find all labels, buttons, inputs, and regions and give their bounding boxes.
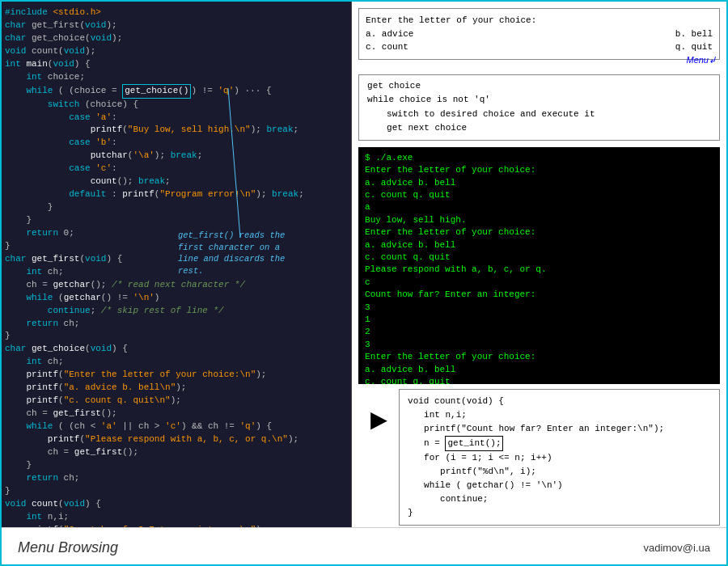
void-count-line4: n = get_int(); (408, 436, 711, 451)
code-panel: #include <stdio.h> char get_first(void);… (2, 2, 352, 527)
terminal-line-1: Enter the letter of your choice: (365, 164, 713, 176)
void-count-line8: continue; (408, 492, 711, 506)
footer: Menu Browsing vadimov@i.ua (2, 527, 726, 566)
pseudo-line3: switch to desired choice and execute it (367, 108, 711, 122)
void-count-line9: } (408, 506, 711, 520)
terminal-line-8: c. count q. quit (365, 251, 713, 264)
annotation-text: get_first() reads the first character on… (178, 230, 285, 276)
terminal-line-14: 2 (365, 326, 713, 338)
terminal-line-6: Enter the letter of your choice: (365, 226, 713, 239)
terminal-line-16: Enter the letter of your choice: (365, 351, 713, 363)
terminal-line-0: $ ./a.exe (365, 152, 713, 164)
footer-title: Menu Browsing (18, 539, 118, 556)
menu-desc-line1: Enter the letter of your choice: (366, 14, 713, 27)
terminal-line-10: c (365, 277, 713, 289)
terminal-box: $ ./a.exe Enter the letter of your choic… (358, 147, 720, 384)
pseudo-line1: get choice (367, 79, 711, 94)
terminal-line-7: a. advice b. bell (365, 239, 713, 251)
menu-opt-b: b. bell (675, 27, 713, 41)
terminal-line-13: 1 (365, 314, 713, 326)
menu-desc-box: Enter the letter of your choice: a. advi… (358, 8, 720, 60)
terminal-line-9: Please respond with a, b, c, or q. (365, 264, 713, 276)
arrow-container: ► (358, 389, 399, 438)
void-count-box: void count(void) { int n,i; printf("Coun… (399, 389, 720, 526)
terminal-line-12: 3 (365, 302, 713, 314)
void-count-line1: void count(void) { (408, 395, 711, 408)
right-arrow-icon: ► (370, 405, 387, 438)
pseudo-line2: while choice is not 'q' (367, 93, 711, 108)
menu-label: Menu↲ (686, 53, 716, 67)
terminal-line-2: a. advice b. bell (365, 177, 713, 189)
void-count-line3: printf("Count how far? Enter an integer:… (408, 422, 711, 436)
terminal-line-4: a (365, 201, 713, 213)
pseudo-line4: get next choice (367, 121, 711, 136)
terminal-line-5: Buy low, sell high. (365, 214, 713, 226)
void-count-line2: int n,i; (408, 408, 711, 422)
menu-opt-q: q. quit (675, 40, 713, 54)
terminal-line-11: Count how far? Enter an integer: (365, 289, 713, 301)
terminal-line-17: a. advice b. bell (365, 364, 713, 376)
void-count-line6: printf("%d\n", i); (408, 465, 711, 479)
void-count-line5: for (i = 1; i <= n; i++) (408, 451, 711, 465)
void-count-line7: while ( getchar() != '\n') (408, 479, 711, 492)
get-int-highlight: get_int(); (445, 436, 503, 451)
terminal-line-18: c. count q. quit (365, 376, 713, 384)
annotation-bubble: get_first() reads the first character on… (178, 230, 303, 277)
pseudocode-box: get choice while choice is not 'q' switc… (358, 74, 720, 141)
terminal-line-3: c. count q. quit (365, 189, 713, 201)
menu-opt-a: a. advice (366, 27, 413, 41)
menu-opt-c: c. count (366, 40, 408, 54)
right-panel: Enter the letter of your choice: a. advi… (352, 2, 726, 527)
main-container: #include <stdio.h> char get_first(void);… (2, 2, 726, 527)
terminal-line-15: 3 (365, 339, 713, 351)
bottom-section: ► void count(void) { int n,i; printf("Co… (358, 389, 720, 526)
footer-author: vadimov@i.ua (643, 542, 710, 554)
